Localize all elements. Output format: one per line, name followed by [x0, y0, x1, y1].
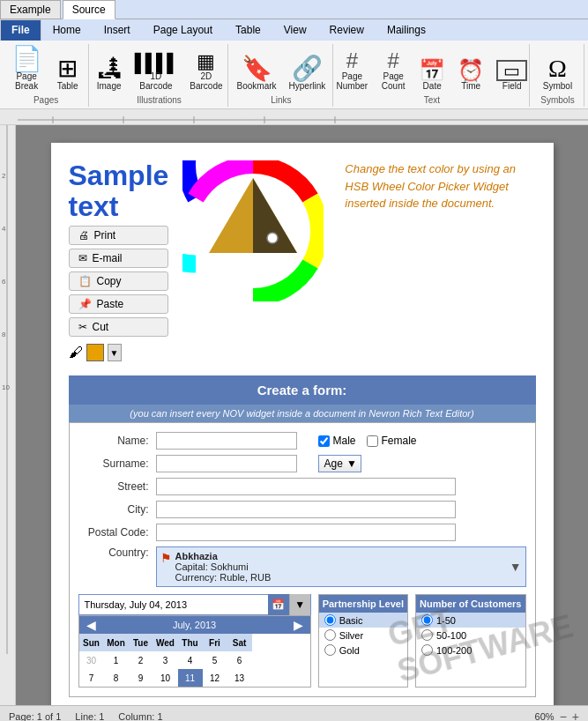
- barcode-2d-button[interactable]: ▦ 2DBarcode: [185, 49, 227, 93]
- email-button[interactable]: ✉ E-mail: [69, 249, 169, 268]
- table-button[interactable]: ⊞ Table: [50, 54, 86, 93]
- cal-cell-8[interactable]: 8: [104, 669, 129, 687]
- cal-day-thu: Thu: [178, 634, 203, 651]
- zoom-in-btn[interactable]: +: [572, 710, 579, 722]
- name-input[interactable]: [156, 432, 297, 450]
- hyperlink-button[interactable]: 🔗 Hyperlink: [285, 54, 331, 93]
- source-tab[interactable]: Source: [63, 0, 115, 19]
- customers-row-1-50[interactable]: 1-50: [416, 613, 525, 628]
- customers-row-50-100[interactable]: 50-100: [416, 628, 525, 643]
- page-count-button[interactable]: # PageCount: [376, 48, 411, 93]
- country-row: Country: ⚑ Abkhazia Capital: Sokhumi Cur…: [78, 546, 526, 587]
- tab-file[interactable]: File: [0, 19, 41, 41]
- tab-view[interactable]: View: [272, 19, 318, 41]
- cut-button[interactable]: ✂ Cut: [69, 317, 169, 337]
- image-icon: 🏞: [97, 56, 122, 81]
- 100-200-radio-label[interactable]: 100-200: [421, 644, 472, 656]
- age-dropdown[interactable]: Age ▼: [318, 455, 361, 472]
- silver-radio[interactable]: [324, 629, 336, 641]
- color-wheel-container: [182, 160, 324, 301]
- basic-radio[interactable]: [324, 614, 336, 626]
- date-label: Date: [423, 81, 442, 91]
- status-bar: Page: 1 of 1 Line: 1 Column: 1 60% − +: [0, 705, 588, 721]
- 50-100-radio-label[interactable]: 50-100: [421, 629, 466, 641]
- partnership-table: Partnership Level Basic Silver: [318, 594, 408, 688]
- field-button[interactable]: ▭ Field: [492, 57, 532, 93]
- postal-label: Postal Code:: [78, 526, 149, 539]
- silver-radio-label[interactable]: Silver: [324, 629, 364, 641]
- gold-radio-label[interactable]: Gold: [324, 644, 360, 656]
- tab-table[interactable]: Table: [224, 19, 272, 41]
- barcode-1d-button[interactable]: ▌▌▌▌ 1DBarcode: [130, 51, 182, 93]
- page-number-icon: #: [346, 50, 358, 71]
- country-dropdown[interactable]: ⚑ Abkhazia Capital: Sokhumi Currency: Ru…: [156, 546, 526, 587]
- cal-cell-10[interactable]: 10: [153, 669, 178, 687]
- page-count-label: PageCount: [382, 71, 406, 91]
- postal-input[interactable]: [156, 524, 456, 541]
- example-tab[interactable]: Example: [0, 0, 61, 19]
- zoom-out-btn[interactable]: −: [560, 710, 567, 722]
- color-swatch[interactable]: [86, 344, 104, 361]
- color-dropdown[interactable]: ▼: [108, 344, 122, 361]
- tab-review[interactable]: Review: [318, 19, 376, 41]
- cal-cell-7[interactable]: 7: [79, 669, 104, 687]
- male-label: Male: [333, 435, 356, 447]
- copy-button[interactable]: 📋 Copy: [69, 271, 169, 291]
- cal-cell-4[interactable]: 4: [178, 651, 203, 669]
- bookmark-button[interactable]: 🔖 Bookmark: [233, 54, 281, 93]
- male-checkbox[interactable]: [318, 435, 330, 447]
- partnership-row-basic[interactable]: Basic: [319, 613, 407, 628]
- cal-cell-12[interactable]: 12: [203, 669, 227, 687]
- cal-cell-3[interactable]: 3: [153, 651, 178, 669]
- tab-page-layout[interactable]: Page Layout: [142, 19, 224, 41]
- cal-cell-13[interactable]: 13: [227, 669, 252, 687]
- 50-100-radio[interactable]: [421, 629, 433, 641]
- cal-cell-5[interactable]: 5: [203, 651, 227, 669]
- color-picker-handle[interactable]: [267, 233, 278, 243]
- name-label: Name:: [78, 435, 149, 447]
- partnership-row-silver[interactable]: Silver: [319, 628, 407, 643]
- cal-cell-30[interactable]: 30: [79, 651, 104, 669]
- cal-cell-2[interactable]: 2: [129, 651, 153, 669]
- surname-input[interactable]: [156, 455, 297, 472]
- illustrations-items: 🏞 Image ▌▌▌▌ 1DBarcode ▦ 2DBarcode: [92, 44, 227, 93]
- 1-50-radio[interactable]: [421, 614, 433, 626]
- form-section: Create a form: (you can insert every NOV…: [69, 375, 536, 697]
- print-button[interactable]: 🖨 Print: [69, 226, 169, 245]
- tab-insert[interactable]: Insert: [93, 19, 142, 41]
- symbol-button[interactable]: Ω Symbol: [539, 54, 577, 93]
- calendar-icon[interactable]: 📅: [268, 594, 289, 615]
- female-checkbox[interactable]: [367, 435, 378, 447]
- basic-radio-label[interactable]: Basic: [324, 614, 363, 626]
- partnership-row-gold[interactable]: Gold: [319, 643, 407, 658]
- illustrations-group-label: Illustrations: [137, 95, 182, 105]
- cal-cell-9[interactable]: 9: [129, 669, 153, 687]
- age-dropdown-arrow: ▼: [346, 457, 357, 470]
- paste-button[interactable]: 📌 Paste: [69, 294, 169, 314]
- street-input[interactable]: [156, 478, 456, 495]
- gold-radio[interactable]: [324, 644, 336, 656]
- date-button[interactable]: 📅 Date: [414, 57, 450, 93]
- cal-cell-6[interactable]: 6: [227, 651, 252, 669]
- color-wheel-col: [182, 160, 324, 361]
- customers-row-100-200[interactable]: 100-200: [416, 643, 525, 658]
- 100-200-radio[interactable]: [421, 644, 433, 656]
- city-input[interactable]: [156, 501, 456, 518]
- 1-50-radio-label[interactable]: 1-50: [421, 614, 456, 626]
- top-tabs: Example Source: [0, 0, 588, 19]
- page-status: Page: 1 of 1: [9, 711, 61, 722]
- female-checkbox-label[interactable]: Female: [367, 435, 417, 447]
- male-checkbox-label[interactable]: Male: [318, 435, 356, 447]
- cal-prev-btn[interactable]: ◀: [83, 618, 100, 632]
- tab-home[interactable]: Home: [41, 19, 93, 41]
- date-dropdown-btn[interactable]: ▼: [289, 594, 310, 615]
- page-break-button[interactable]: 📄 PageBreak: [7, 44, 47, 93]
- cal-next-btn[interactable]: ▶: [290, 618, 307, 632]
- page-number-button[interactable]: # PageNumber: [332, 48, 373, 93]
- date-input-text[interactable]: Thursday, July 04, 2013: [79, 598, 268, 612]
- tab-mailings[interactable]: Mailings: [376, 19, 437, 41]
- time-button[interactable]: ⏰ Time: [453, 57, 488, 93]
- cal-cell-1[interactable]: 1: [104, 651, 129, 669]
- image-button[interactable]: 🏞 Image: [92, 54, 127, 93]
- cal-cell-11[interactable]: 11: [178, 669, 203, 687]
